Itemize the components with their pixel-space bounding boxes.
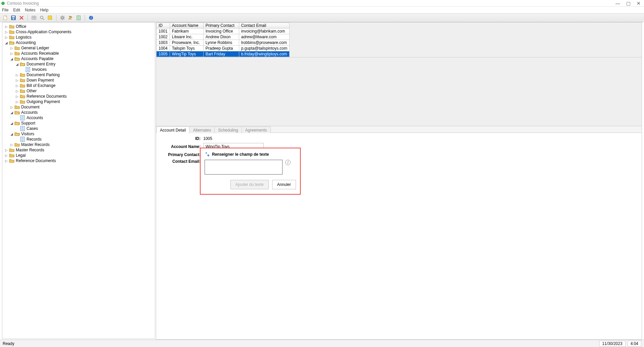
info-icon[interactable]: i [285,160,291,165]
titlebar: Contoso Invoicing — ▢ ✕ [0,0,644,7]
tree-item-visitors[interactable]: ◢Visitors [2,131,155,137]
status-time: 4:04 [628,341,641,347]
col-account-name[interactable]: Account Name [170,23,203,29]
svg-rect-0 [4,16,7,20]
tree-item-records[interactable]: Records [2,137,155,142]
tree-item-invoices[interactable]: Invoices [2,67,155,72]
separator [85,15,85,21]
text-entry-popup: Renseigner le champ de texte i Ajouter d… [200,148,301,195]
tree-item-outgoing-payment[interactable]: ▷Outgoing Payment [2,99,155,104]
users-icon[interactable] [67,14,74,21]
app-icon [1,2,5,5]
window-title: Contoso Invoicing [7,1,39,6]
popup-title: Renseigner le champ de texte [212,152,269,157]
tree-item-document-entry[interactable]: ◢Document Entry [2,61,155,67]
table-row[interactable]: 1002Litware Inc.Andrew Dixonadrew@litwar… [157,34,290,40]
tab-alternates[interactable]: Alternates [189,127,215,133]
info-icon[interactable]: i [88,14,94,21]
svg-rect-3 [12,18,14,19]
col-id[interactable]: ID [157,23,170,29]
tree-item-cases[interactable]: Cases [2,126,155,131]
svg-point-7 [61,17,63,19]
menu-edit[interactable]: Edit [13,8,20,12]
grid-icon[interactable] [31,14,37,21]
label-primary-contact: Primary Contact: [163,152,203,157]
delete-icon[interactable] [18,14,25,21]
tab-scheduling[interactable]: Scheduling [214,127,242,133]
tree-item-document[interactable]: ▷Document [2,104,155,110]
tree-item-down-payment[interactable]: ▷Down Payment [2,78,155,83]
status-date: 11/30/2023 [599,341,626,347]
separator [56,15,56,21]
tree-item-document-parking[interactable]: ▷Document Parking [2,72,155,78]
table-row[interactable]: 1001FabrikamInvoicing Officeinvoicing@fa… [157,29,290,34]
label-id: ID: [163,136,203,141]
note-icon[interactable] [47,14,53,21]
gear-icon[interactable] [59,14,66,21]
menu-help[interactable]: Help [40,8,48,12]
tree-item-accounts-leaf[interactable]: Accounts [2,115,155,120]
tree-item-cross-app[interactable]: ▷Cross-Application Components [2,29,155,35]
tree-item-office[interactable]: ▷Office [2,24,155,29]
tab-account-detail[interactable]: Account Detail [156,127,189,133]
statusbar: Ready 11/30/2023 4:04 [0,340,644,347]
table-row[interactable]: 1004Tailspin ToysPradeep Guptap.gupta@ta… [157,46,290,51]
maximize-button[interactable]: ▢ [626,1,631,6]
col-contact-email[interactable]: Contact Email [239,23,290,29]
tree-item-master-records-top[interactable]: ▷Master Records [2,147,155,153]
table-row-selected[interactable]: 1005WingTip ToysBart Fridayb.friday@wing… [157,51,290,57]
add-text-button[interactable]: Ajouter du texte [230,180,269,189]
popup-textarea[interactable] [205,160,283,175]
export-icon[interactable] [75,14,82,21]
detail-tabs: Account Detail Alternates Scheduling Agr… [156,126,642,133]
tree-item-general-ledger[interactable]: ▷General Ledger [2,45,155,51]
tree-item-accounts[interactable]: ◢Accounts [2,110,155,115]
status-text: Ready [3,341,14,346]
table-row[interactable]: 1003Proseware, Inc.Lynne Robbinslrobbins… [157,40,290,46]
detail-panel: Account Detail Alternates Scheduling Agr… [156,126,642,340]
value-id: 1005 [203,136,212,141]
accounts-grid[interactable]: ID Account Name Primary Contact Contact … [156,22,642,126]
svg-text:i: i [91,15,92,20]
svg-point-5 [40,16,43,19]
search-icon[interactable] [39,14,45,21]
new-icon[interactable] [2,14,9,21]
tree-item-bill-of-exchange[interactable]: ▷Bill of Exchange [2,83,155,88]
tab-agreements[interactable]: Agreements [242,127,271,133]
svg-point-9 [71,16,72,18]
col-primary-contact[interactable]: Primary Contact [203,23,239,29]
tree-item-support[interactable]: ◢Support [2,120,155,126]
tree-item-master-records[interactable]: ▷Master Records [2,142,155,147]
tree-item-accounting[interactable]: ◢Accounting [2,40,155,45]
svg-rect-2 [12,16,15,17]
menu-notes[interactable]: Notes [25,8,35,12]
close-button[interactable]: ✕ [637,1,641,6]
tree-item-reference-documents[interactable]: ▷Reference Documents [2,94,155,99]
tree-item-accounts-receivable[interactable]: ▷Accounts Receivable [2,51,155,56]
svg-point-8 [69,16,71,17]
tree-item-accounts-payable[interactable]: ◢Accounts Payable [2,56,155,61]
tree-item-logistics[interactable]: ▷Logistics [2,35,155,40]
tree-item-reference-documents-top[interactable]: ▷Reference Documents [2,158,155,163]
navigation-tree[interactable]: ▷Office ▷Cross-Application Components ▷L… [2,22,155,339]
svg-rect-4 [32,16,36,19]
toolbar: i [0,13,644,22]
save-icon[interactable] [10,14,17,21]
minimize-button[interactable]: — [615,1,620,6]
menu-file[interactable]: File [2,8,8,12]
separator [28,15,28,21]
tree-item-other[interactable]: ▷Other [2,88,155,94]
label-contact-email: Contact Email: [163,159,203,164]
menubar: File Edit Notes Help [0,7,644,13]
tree-item-legal[interactable]: ▷Legal [2,153,155,158]
sparkle-icon [205,152,210,157]
cancel-button[interactable]: Annuler [272,180,296,189]
label-account-name: Account Name: [163,144,203,149]
